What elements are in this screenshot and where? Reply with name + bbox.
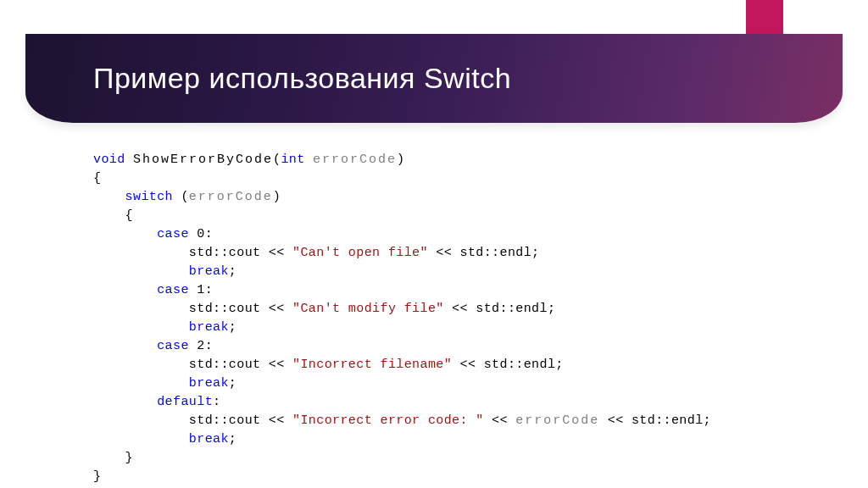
param-name: errorCode <box>313 152 397 167</box>
semid: ; <box>229 432 236 446</box>
brace-open: { <box>93 171 101 186</box>
kw-case-2: case <box>157 339 189 353</box>
sw-brace-open: { <box>125 208 133 223</box>
sw-arg-close: ) <box>273 190 281 204</box>
slide: Пример использования Switch void ShowErr… <box>0 0 868 488</box>
kw-case-0: case <box>157 227 189 241</box>
default-str: "Incorrect error code: " <box>292 413 484 428</box>
accent-tab <box>746 0 783 34</box>
title-banner: Пример использования Switch <box>25 34 843 123</box>
default-var: errorCode <box>515 413 599 428</box>
case2-body: std::cout << <box>189 358 292 372</box>
paren-close: ) <box>397 152 404 167</box>
default-mid: << <box>484 413 516 428</box>
case1-body: std::cout << <box>189 302 292 316</box>
case0-body: std::cout << <box>189 246 292 260</box>
case2-end: << std::endl; <box>452 358 564 372</box>
semi0: ; <box>229 264 236 279</box>
sw-brace-close: } <box>125 451 133 465</box>
sw-arg-open: ( <box>173 190 189 204</box>
case1-end: << std::endl; <box>444 302 556 316</box>
case0-end: << std::endl; <box>428 246 540 260</box>
default-colon: : <box>213 395 220 409</box>
kw-default: default <box>157 395 213 409</box>
case1-str: "Can't modify file" <box>292 302 444 316</box>
default-end: << std::endl; <box>599 413 711 428</box>
sw-arg: errorCode <box>189 190 273 204</box>
default-body: std::cout << <box>189 413 292 428</box>
semi1: ; <box>229 320 236 335</box>
kw-case-1: case <box>157 283 189 297</box>
case2-val: 2: <box>189 339 213 353</box>
case2-str: "Incorrect filename" <box>292 358 452 372</box>
kw-switch: switch <box>125 190 173 204</box>
kw-break-1: break <box>189 320 229 335</box>
code-sample: void ShowErrorByCode(int errorCode) { sw… <box>93 151 834 486</box>
kw-void: void <box>93 152 125 167</box>
kw-break-d: break <box>189 432 229 446</box>
case0-val: 0: <box>189 227 213 241</box>
case1-val: 1: <box>189 283 213 297</box>
semi2: ; <box>229 376 236 391</box>
brace-close: } <box>93 469 101 484</box>
case0-str: "Can't open file" <box>292 246 428 260</box>
slide-title: Пример использования Switch <box>93 62 511 95</box>
kw-int: int <box>281 152 304 167</box>
fn-name: ShowErrorByCode <box>133 152 273 167</box>
kw-break-0: break <box>189 264 229 279</box>
kw-break-2: break <box>189 376 229 391</box>
